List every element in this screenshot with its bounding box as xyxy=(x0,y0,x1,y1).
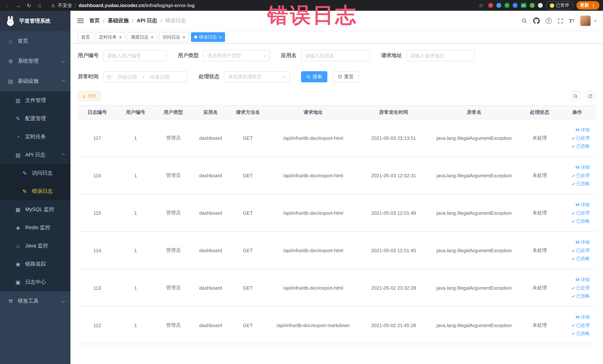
sidebar-item-mysql[interactable]: ▦MySQL 监控 xyxy=(0,200,70,218)
request-url-input[interactable] xyxy=(406,50,475,61)
check-icon xyxy=(571,286,575,290)
extension-icon-green-leaf[interactable] xyxy=(530,3,534,8)
sidebar-item-java[interactable]: ♨Java 监控 xyxy=(0,237,70,255)
tab-close-icon[interactable]: × xyxy=(119,35,122,39)
extension-icon-blue-drop[interactable] xyxy=(496,3,501,8)
cell-user_id: 1 xyxy=(116,269,154,306)
cell-method: GET xyxy=(229,157,267,194)
avatar[interactable] xyxy=(580,16,591,26)
user-type-select[interactable]: 请选择用户类型 xyxy=(203,50,270,61)
detail-link[interactable]: 详细 xyxy=(575,201,590,208)
detail-link[interactable]: 详细 xyxy=(575,164,590,170)
home-icon[interactable]: ⌂ xyxy=(36,2,43,8)
fullscreen-icon[interactable] xyxy=(557,18,563,23)
extension-icon-red[interactable] xyxy=(488,3,493,8)
processed-link[interactable]: 已处理 xyxy=(571,285,590,291)
sidebar-item-system[interactable]: ⚙系统管理 xyxy=(0,51,70,71)
sidebar-item-redis[interactable]: ◈Redis 监控 xyxy=(0,218,70,237)
detail-link[interactable]: 详细 xyxy=(575,127,590,133)
browser-menu-icon[interactable]: ⋮ xyxy=(591,3,596,8)
tab-job[interactable]: 定时任务× xyxy=(96,32,125,42)
tab-job-log[interactable]: 调度日志× xyxy=(127,32,157,42)
processed-link[interactable]: 已处理 xyxy=(571,210,590,216)
cell-user_type: 管理员 xyxy=(154,119,192,157)
font-size-icon[interactable]: TT xyxy=(569,18,574,23)
column-header: 请求方法名 xyxy=(229,106,267,119)
sidebar-item-trace[interactable]: ◉链路追踪 xyxy=(0,255,70,273)
processed-link[interactable]: 已处理 xyxy=(571,322,590,329)
end-date-input[interactable] xyxy=(146,74,174,80)
action-label: 详细 xyxy=(581,127,590,133)
user-id-input[interactable] xyxy=(103,50,167,61)
breadcrumb-item[interactable]: API 日志 xyxy=(137,17,157,24)
refresh-table-button[interactable] xyxy=(585,91,596,101)
chevron-up-icon xyxy=(62,80,65,82)
ignore-link[interactable]: 已忽略 xyxy=(571,218,590,224)
ignore-link[interactable]: 已忽略 xyxy=(571,255,590,262)
sidebar-item-error-log[interactable]: ✎错误日志 xyxy=(0,182,70,200)
breadcrumb-item[interactable]: 首页 xyxy=(89,17,100,24)
toggle-search-button[interactable] xyxy=(570,91,581,101)
chevron-down-icon[interactable]: ▾ xyxy=(594,19,596,23)
exception-time-range[interactable]: - xyxy=(103,71,188,82)
cell-exception: java.lang.IllegalArgumentException xyxy=(428,157,521,194)
back-icon[interactable]: ← xyxy=(4,2,11,8)
collapse-sidebar-icon[interactable] xyxy=(77,19,84,23)
extension-icon-on-badge[interactable]: on xyxy=(521,3,526,8)
tab-home[interactable]: 首页 xyxy=(78,32,93,42)
processed-link[interactable]: 已处理 xyxy=(571,247,590,254)
cell-method: GET xyxy=(229,119,267,157)
sidebar-item-config[interactable]: ✎配置管理 xyxy=(0,109,70,128)
cell-actions: 详细已处理已忽略 xyxy=(559,232,596,269)
processed-link[interactable]: 已处理 xyxy=(571,135,590,141)
search-icon[interactable] xyxy=(521,18,527,24)
update-label: 更新 xyxy=(580,2,589,9)
sidebar-item-access-log[interactable]: ✎访问日志 xyxy=(0,164,70,182)
forward-icon[interactable]: → xyxy=(14,2,22,8)
sidebar-item-infra[interactable]: ▤基础设施 xyxy=(0,71,70,91)
breadcrumb-item[interactable]: 基础设施 xyxy=(108,17,129,24)
ignore-link[interactable]: 已忽略 xyxy=(571,143,590,149)
ignore-link[interactable]: 已忽略 xyxy=(571,180,590,187)
extension-icon-light[interactable] xyxy=(538,3,543,8)
logo[interactable]: 芋道管理系统 xyxy=(0,11,70,31)
ignore-link[interactable]: 已忽略 xyxy=(571,330,590,337)
ignore-link[interactable]: 已忽略 xyxy=(571,293,590,299)
sidebar-item-job[interactable]: ◔定时任务 xyxy=(0,128,70,146)
processed-link[interactable]: 已处理 xyxy=(571,172,590,178)
start-date-input[interactable] xyxy=(113,74,141,80)
sidebar-item-file[interactable]: ▥文件管理 xyxy=(0,91,70,109)
tab-close-icon[interactable]: × xyxy=(151,35,153,39)
extension-icon-blue-grid[interactable] xyxy=(512,3,517,8)
search-button[interactable]: 搜索 xyxy=(301,71,327,82)
detail-link[interactable]: 详细 xyxy=(575,239,590,245)
mysql-icon: ▦ xyxy=(15,206,21,212)
access-log-icon: ✎ xyxy=(22,170,28,176)
reset-button[interactable]: 重置 xyxy=(333,71,359,82)
chrome-update-button[interactable]: 更新 ⋮ xyxy=(576,1,599,10)
help-icon[interactable]: ? xyxy=(546,18,552,24)
export-button[interactable]: 导出 xyxy=(78,91,101,101)
paused-extension-badge[interactable]: 已暂停 xyxy=(546,1,573,10)
table-header-row: 日志编号用户编号用户类型应用名请求方法名请求地址异常发生时间异常名处理状态操作 xyxy=(78,106,596,119)
github-icon[interactable] xyxy=(533,17,540,24)
sidebar-item-home[interactable]: ⌂首页 xyxy=(0,31,70,51)
tab-error-log[interactable]: 错误日志× xyxy=(191,32,225,42)
tab-access-log[interactable]: 访问日志× xyxy=(159,32,188,42)
bookmark-star-icon[interactable]: ☆ xyxy=(477,2,485,8)
cell-method: GET xyxy=(229,306,267,344)
detail-link[interactable]: 详细 xyxy=(575,276,590,283)
app-name-input[interactable] xyxy=(301,50,370,61)
tab-close-icon[interactable]: × xyxy=(219,35,222,39)
sidebar-item-dev-tools[interactable]: ⚒研发工具 xyxy=(0,291,70,311)
tab-close-icon[interactable]: × xyxy=(182,35,185,39)
select-placeholder: 请选择用户类型 xyxy=(207,52,241,59)
sidebar-item-api-log[interactable]: ▧API 日志 xyxy=(0,146,70,164)
process-status-select[interactable]: 请选择处理状态 xyxy=(224,71,290,82)
reload-icon[interactable]: ↻ xyxy=(25,2,33,8)
address-bar[interactable]: ⚠ 不安全 | dashboard.yudao.iocoder.cn/infra… xyxy=(51,2,195,9)
cell-time: 2021-05-02 21:45:28 xyxy=(359,306,428,344)
sidebar-item-log-center[interactable]: ▣日志中心 xyxy=(0,273,70,291)
detail-link[interactable]: 详细 xyxy=(575,314,590,320)
extension-icon-green-circle[interactable] xyxy=(504,3,509,8)
